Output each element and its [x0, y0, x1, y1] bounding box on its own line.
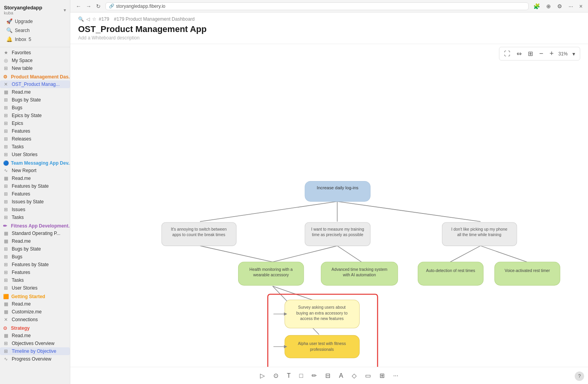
more-btn[interactable]: ···	[567, 2, 575, 10]
cursor-tool[interactable]: ▷	[258, 370, 267, 381]
main-content: ← → ↻ 🔗 storyangledapp.fibery.io 🧩 ⊕ ⚙ ·…	[70, 0, 588, 384]
sidebar-item-features1[interactable]: ⊞ Features	[0, 127, 70, 135]
lasso-tool[interactable]: ⊙	[271, 370, 281, 381]
sidebar-item-readme5[interactable]: ▦ Read.me	[0, 332, 70, 340]
sidebar-item-featuresbystate[interactable]: ⊞ Features by State	[0, 182, 70, 190]
back-button[interactable]: ←	[74, 2, 83, 10]
grid-btn[interactable]: ⊞	[526, 49, 535, 58]
svg-text:Survey asking users about: Survey asking users about	[298, 305, 346, 309]
sidebar-item-tasks3[interactable]: ⊞ Tasks	[0, 276, 70, 284]
sidebar-item-bugsbystate[interactable]: ⊞ Bugs by State	[0, 96, 70, 104]
image-tool[interactable]: ⊟	[323, 370, 333, 381]
sidebar-item-readme4[interactable]: ▦ Read.me	[0, 300, 70, 308]
section-strategy[interactable]: ⊙ Strategy	[0, 324, 70, 332]
sidebar-item-readme2[interactable]: ▦ Read.me	[0, 174, 70, 182]
getting-started-label: Getting Started	[11, 294, 45, 299]
sidebar-item-epics[interactable]: ⊞ Epics	[0, 119, 70, 127]
bookmark-btn[interactable]: ⊕	[545, 2, 552, 10]
help-button[interactable]: ?	[575, 372, 584, 381]
sidebar-upgrade[interactable]: 🚀 Upgrade	[4, 17, 66, 26]
connections-label: Connections	[12, 317, 38, 322]
sidebar-item-featuresbystate2[interactable]: ⊞ Features by State	[0, 261, 70, 268]
bottom-toolbar: ▷ ⊙ T □ ✏ ⊟ A ◇ ▭ ⊞ ··· ?	[70, 367, 588, 384]
sidebar: Storyangledapp kuba ▾ 🚀 Upgrade 🔍 Search…	[0, 0, 70, 384]
fitness-section-label: Fitness App Development...	[11, 223, 70, 229]
sidebar-item-bugs2[interactable]: ⊞ Bugs	[0, 253, 70, 261]
zoom-out-btn[interactable]: −	[538, 49, 545, 59]
sidebar-item-features3[interactable]: ⊞ Features	[0, 268, 70, 276]
team-icon: 🔵	[3, 160, 9, 166]
sidebar-item-tasks2[interactable]: ⊞ Tasks	[0, 213, 70, 221]
sidebar-item-readme1[interactable]: ▦ Read.me	[0, 88, 70, 96]
forward-button[interactable]: →	[84, 2, 93, 10]
sidebar-item-customizeme[interactable]: ▦ Customize.me	[0, 308, 70, 316]
sidebar-item-bugsbystate2[interactable]: ⊞ Bugs by State	[0, 245, 70, 253]
section-team-messaging[interactable]: 🔵 Team Messaging App Dev...	[0, 158, 70, 167]
text-tool[interactable]: T	[285, 371, 293, 381]
board-icon4: ⊞	[4, 199, 9, 204]
section-product-mgmt[interactable]: ⚙ Product Management Das...	[0, 72, 70, 80]
grid-icon7: ⊞	[4, 152, 9, 157]
bugs-label: Bugs	[12, 105, 22, 110]
grid-icon10: ⊞	[4, 215, 9, 220]
zoom-chevron[interactable]: ▾	[571, 50, 577, 58]
refresh-button[interactable]: ↻	[94, 2, 102, 10]
frame-tool[interactable]: ▭	[363, 370, 373, 381]
bugs2-label: Bugs	[12, 254, 22, 260]
sidebar-top: Storyangledapp kuba ▾ 🚀 Upgrade 🔍 Search…	[0, 0, 70, 47]
sidebar-item-issuesbystate[interactable]: ⊞ Issues by State	[0, 198, 70, 206]
svg-rect-29	[495, 262, 560, 285]
settings-btn[interactable]: ⚙	[556, 2, 564, 10]
browser-bar: ← → ↻ 🔗 storyangledapp.fibery.io 🧩 ⊕ ⚙ ·…	[70, 0, 588, 12]
diamond-tool[interactable]: ◇	[349, 370, 359, 381]
fit-btn[interactable]: ⇔	[515, 49, 523, 58]
sidebar-item-progressoverview[interactable]: ∿ Progress Overview	[0, 355, 70, 363]
fullscreen-btn[interactable]: ⛶	[502, 50, 512, 58]
page-header: 🔍 ◁ ☆ #179 #179 Product Management Dashb…	[70, 12, 588, 44]
address-bar[interactable]: 🔗 storyangledapp.fibery.io	[105, 2, 529, 10]
sidebar-item-features2[interactable]: ⊞ Features	[0, 190, 70, 198]
sidebar-item-releases[interactable]: ⊞ Releases	[0, 135, 70, 143]
svg-text:all the time  while training: all the time while training	[457, 233, 501, 237]
canvas-area[interactable]: Increase daily log-ins It's annoying to …	[70, 44, 588, 367]
sidebar-item-objectivesoverview[interactable]: ⊞ Objectives Overview	[0, 340, 70, 347]
sidebar-item-readme3[interactable]: ▦ Read.me	[0, 237, 70, 245]
url-text: storyangledapp.fibery.io	[116, 4, 166, 9]
section-fitness[interactable]: ✏ Fitness App Development...	[0, 221, 70, 229]
sidebar-item-newreport[interactable]: ∿ New Report	[0, 167, 70, 174]
customizeme-label: Customize.me	[12, 309, 42, 315]
svg-text:I want to measure my training: I want to measure my training	[311, 227, 364, 231]
sidebar-inbox[interactable]: 🔔 Inbox 5	[4, 35, 66, 44]
sidebar-item-bugs[interactable]: ⊞ Bugs	[0, 104, 70, 112]
sidebar-item-myspace[interactable]: ◎ My Space	[0, 57, 70, 64]
text-style-tool[interactable]: A	[337, 371, 346, 381]
more-tools-btn[interactable]: ···	[391, 371, 401, 381]
extensions-btn[interactable]: 🧩	[532, 2, 542, 10]
pencil-tool[interactable]: ✏	[309, 370, 319, 381]
svg-text:buying an extra  accessory to: buying an extra accessory to	[296, 311, 348, 315]
app-chevron[interactable]: ▾	[64, 7, 66, 13]
sidebar-item-connections[interactable]: ✕ Connections	[0, 316, 70, 324]
app-switcher[interactable]: Storyangledapp kuba ▾	[4, 3, 66, 17]
sidebar-item-userstories2[interactable]: ⊞ User Stories	[0, 284, 70, 292]
doc-icon2: ▦	[4, 176, 9, 181]
sticky-tool[interactable]: ⊞	[377, 370, 387, 381]
connections-icon: ✕	[4, 317, 9, 322]
sidebar-item-favorites[interactable]: ★ Favorites	[0, 49, 70, 57]
rect-tool[interactable]: □	[297, 371, 306, 381]
sidebar-item-ost[interactable]: ✕ OST_Product Manag...	[0, 80, 70, 88]
zoom-in-btn[interactable]: +	[548, 49, 555, 59]
sidebar-item-timelinebyobjective[interactable]: ⊞ Timeline by Objective	[0, 347, 70, 355]
sidebar-item-sop[interactable]: ▦ Standard Operating P...	[0, 229, 70, 237]
sidebar-item-newtable[interactable]: ⊞ New table	[0, 64, 70, 72]
doc-icon4: ▦	[4, 238, 9, 244]
sidebar-item-tasks1[interactable]: ⊞ Tasks	[0, 143, 70, 151]
svg-text:Auto-detection of rest times: Auto-detection of rest times	[426, 268, 475, 273]
sidebar-item-issues[interactable]: ⊞ Issues	[0, 206, 70, 213]
sidebar-item-userstories1[interactable]: ⊞ User Stories	[0, 151, 70, 158]
sidebar-search[interactable]: 🔍 Search	[4, 26, 66, 35]
sidebar-item-epicsbystate[interactable]: ⊞ Epics by State	[0, 112, 70, 119]
close-btn[interactable]: ×	[578, 2, 584, 10]
releases-label: Releases	[12, 136, 31, 142]
section-getting-started[interactable]: 🟧 Getting Started	[0, 292, 70, 300]
